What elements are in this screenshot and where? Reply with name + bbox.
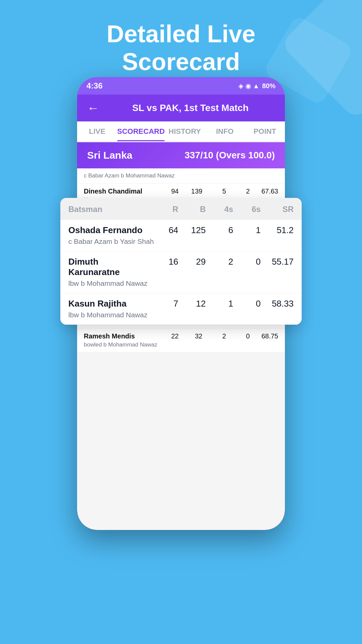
sr: 51.2 — [261, 225, 294, 235]
tab-info[interactable]: INFO — [205, 121, 245, 141]
batsman-name: Dimuth Karunaratne — [68, 257, 151, 277]
status-time: 4:36 — [86, 81, 103, 91]
batsman-name: Dinesh Chandimal — [84, 187, 155, 195]
dismissal-text: bowled b Mohammad Nawaz — [84, 341, 278, 348]
team-name: Sri Lanka — [87, 150, 132, 161]
list-item: Oshada Fernando 64 125 6 1 51.2 c Babar … — [60, 220, 302, 251]
balls: 32 — [179, 332, 202, 340]
tab-scorecard[interactable]: SCORECARD — [117, 121, 165, 141]
dismissal-text: c Babar Azam b Mohammad Nawaz — [84, 172, 278, 179]
col-batsman: Batsman — [68, 205, 151, 214]
page-title: Detailed Live Scorecard — [0, 20, 362, 76]
dismissal-text: c Babar Azam b Yasir Shah — [68, 237, 294, 246]
balls: 12 — [178, 299, 206, 309]
col-r: R — [151, 205, 178, 214]
fours: 2 — [202, 332, 226, 340]
match-title: SL vs PAK, 1st Test Match — [106, 103, 275, 113]
status-bar: 4:36 ◈ ◉ ▲ 80% — [77, 77, 285, 95]
col-sr: SR — [261, 205, 294, 214]
batsman-name: Ramesh Mendis — [84, 332, 155, 340]
signal-icon: ◈ ◉ ▲ — [238, 82, 259, 90]
sr: 58.33 — [261, 299, 294, 309]
fours: 6 — [206, 225, 233, 235]
sixes: 2 — [226, 187, 250, 195]
col-6s: 6s — [233, 205, 261, 214]
batting-card-overlay: Batsman R B 4s 6s SR Oshada Fernando 64 … — [60, 198, 302, 325]
match-header: ← SL vs PAK, 1st Test Match — [77, 95, 285, 121]
sixes: 1 — [233, 225, 261, 235]
list-item: Dimuth Karunaratne 16 29 2 0 55.17 lbw b… — [60, 251, 302, 293]
score-banner: Sri Lanka 337/10 (Overs 100.0) — [77, 142, 285, 168]
batting-table-header: Batsman R B 4s 6s SR — [60, 198, 302, 220]
runs: 7 — [151, 299, 178, 309]
tabs-bar: LIVE SCORECARD HISTORY INFO POINT — [77, 121, 285, 142]
team-score: 337/10 (Overs 100.0) — [185, 150, 275, 161]
col-4s: 4s — [206, 205, 233, 214]
sr: 68.75 — [250, 332, 278, 340]
status-icons: ◈ ◉ ▲ 80% — [238, 82, 276, 90]
runs: 64 — [151, 225, 178, 235]
phone-mockup: 4:36 ◈ ◉ ▲ 80% ← SL vs PAK, 1st Test Mat… — [77, 77, 285, 600]
col-b: B — [178, 205, 206, 214]
balls: 125 — [178, 225, 206, 235]
tab-history[interactable]: HISTORY — [165, 121, 205, 141]
runs: 94 — [155, 187, 179, 195]
sixes: 0 — [233, 257, 261, 277]
batsman-name: Oshada Fernando — [68, 225, 151, 235]
list-item: Kasun Rajitha 7 12 1 0 58.33 lbw b Moham… — [60, 293, 302, 325]
batsman-name: Kasun Rajitha — [68, 299, 151, 309]
sr: 67.63 — [250, 187, 278, 195]
runs: 22 — [155, 332, 179, 340]
battery-indicator: 80% — [262, 82, 276, 90]
runs: 16 — [151, 257, 178, 277]
list-item: Ramesh Mendis 22 32 2 0 68.75 bowled b M… — [77, 328, 285, 353]
tab-point[interactable]: POINT — [245, 121, 285, 141]
sixes: 0 — [233, 299, 261, 309]
back-button[interactable]: ← — [87, 101, 99, 115]
fours: 5 — [202, 187, 226, 195]
tab-live[interactable]: LIVE — [77, 121, 117, 141]
fours: 1 — [206, 299, 233, 309]
balls: 29 — [178, 257, 206, 277]
sr: 55.17 — [261, 257, 294, 277]
dismissal-text: lbw b Mohammad Nawaz — [68, 311, 294, 319]
dismissal-text: lbw b Mohammad Nawaz — [68, 279, 294, 287]
balls: 139 — [179, 187, 202, 195]
fours: 2 — [206, 257, 233, 277]
sixes: 0 — [226, 332, 250, 340]
list-item: c Babar Azam b Mohammad Nawaz — [77, 168, 285, 183]
